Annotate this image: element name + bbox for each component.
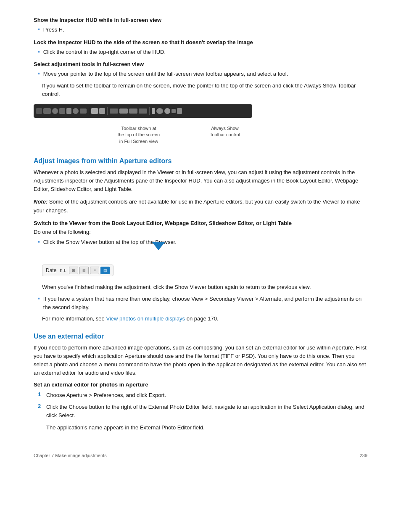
set-external-editor-heading: Set an external editor for photos in Ape…: [34, 381, 367, 388]
page-footer: Chapter 7 Make image adjustments 239: [34, 449, 367, 458]
more-info-paragraph: For more information, see View photos on…: [34, 315, 367, 323]
step-2-text: Click the Choose button to the right of …: [46, 403, 367, 420]
select-tools-paragraph: If you want to set the toolbar to remain…: [34, 82, 367, 98]
numbered-steps: 1 Choose Aperture > Preferences, and cli…: [34, 391, 367, 432]
toolbar-image-section: Toolbar shown at the top of the screen i…: [34, 104, 367, 145]
toolbar-icon-5: [66, 108, 71, 114]
step-2-number: 2: [38, 403, 46, 409]
toolbar-separator: [89, 107, 89, 115]
bullet-icon: ■: [38, 50, 40, 53]
toolbar-icon-2: [43, 108, 51, 114]
step-2-continuation: The application's name appears in the Ex…: [38, 423, 367, 432]
step-1-number: 1: [38, 391, 46, 397]
sort-arrows: ⬆⬇: [59, 268, 66, 273]
select-tools-bullet-text: Move your pointer to the top of the scre…: [43, 70, 367, 78]
bullet-icon: ■: [38, 296, 40, 300]
adjust-images-note: Note: Some of the adjustment controls ar…: [34, 198, 367, 214]
toolbar-icon-1: [36, 108, 42, 114]
chapter-label: Chapter 7 Make image adjustments: [34, 453, 107, 458]
toolbar-icon-17: [171, 109, 176, 113]
browser-icon-list: ≡: [90, 267, 99, 274]
toolbar-icon-13: [139, 109, 147, 114]
select-tools-heading: Select adjustment tools in full-screen v…: [34, 61, 367, 67]
toolbar-label-2-text2: Toolbar control: [210, 132, 240, 137]
page-ref-text: on page 170.: [187, 315, 219, 322]
browser-bar: Date ⬆⬇ ⊞ ⊟ ≡ ▤: [42, 265, 113, 276]
step-1-text: Choose Aperture > Preferences, and click…: [46, 391, 166, 400]
show-inspector-heading: Show the Inspector HUD while in full-scr…: [34, 17, 367, 23]
toolbar-icon-16: [164, 108, 170, 114]
toolbar-icon-10: [110, 109, 118, 114]
toolbar-icon-3: [52, 108, 58, 114]
toolbar-icon-14: [152, 108, 155, 114]
note-label: Note:: [34, 199, 47, 205]
toolbar-label-line-1: [139, 121, 139, 124]
select-tools-section: Select adjustment tools in full-screen v…: [34, 61, 367, 98]
external-editor-title: Use an external editor: [34, 333, 367, 340]
show-inspector-bullet: ■ Press H.: [34, 26, 367, 34]
bullet-icon: ■: [38, 27, 40, 31]
note-text-content: Some of the adjustment controls are not …: [34, 199, 360, 213]
secondary-viewer-text: If you have a system that has more than …: [43, 295, 367, 311]
toolbar-icon-11: [119, 109, 128, 114]
browser-icon-table: ⊟: [79, 267, 89, 274]
toolbar-label-1-text: Toolbar shown at: [121, 126, 156, 131]
toolbar-icon-9: [99, 108, 105, 114]
multiple-displays-link[interactable]: View photos on multiple displays: [106, 315, 185, 322]
date-label: Date: [46, 267, 56, 273]
page-number: 239: [360, 453, 367, 458]
toolbar-label-2: Always Show Toolbar control: [204, 121, 246, 145]
adjust-images-section: Adjust images from within Aperture edito…: [34, 157, 367, 215]
lock-inspector-bullet: ■ Click the control in the top-right cor…: [34, 48, 367, 56]
toolbar-label-1: Toolbar shown at the top of the screen i…: [116, 121, 162, 145]
select-tools-bullet: ■ Move your pointer to the top of the sc…: [34, 70, 367, 78]
toolbar-icon-15: [156, 108, 163, 114]
toolbar-bar: [34, 104, 252, 118]
show-inspector-section: Show the Inspector HUD while in full-scr…: [34, 17, 367, 34]
browser-icon-grid: ⊞: [69, 267, 78, 274]
secondary-viewer-bullet: ■ If you have a system that has more tha…: [34, 295, 367, 311]
toolbar-label-2-text: Always Show: [211, 126, 238, 131]
toolbar-icon-12: [129, 109, 137, 114]
toolbar-icon-8: [91, 108, 98, 114]
browser-section: Date ⬆⬇ ⊞ ⊟ ≡ ▤: [42, 252, 367, 276]
step-2-continuation-text: The application's name appears in the Ex…: [46, 423, 367, 432]
toolbar-label-1-text3: in Full Screen view: [119, 139, 158, 144]
toolbar-separator-3: [149, 107, 150, 115]
toolbar-label-line-2: [225, 121, 225, 124]
toolbar-icon-6: [73, 108, 79, 114]
lock-inspector-bullet-text: Click the control in the top-right corne…: [43, 48, 367, 56]
viewer-para-after: When you've finished making the adjustme…: [34, 283, 367, 291]
toolbar-separator-2: [107, 107, 108, 115]
adjust-images-title: Adjust images from within Aperture edito…: [34, 157, 367, 165]
step-1: 1 Choose Aperture > Preferences, and cli…: [38, 391, 367, 400]
step-2: 2 Click the Choose button to the right o…: [38, 403, 367, 420]
bullet-icon: ■: [38, 240, 40, 244]
more-info-text: For more information, see: [42, 315, 106, 322]
switch-viewer-bullet: ■ Click the Show Viewer button at the to…: [34, 238, 367, 246]
lock-inspector-section: Lock the Inspector HUD to the side of th…: [34, 39, 367, 56]
switch-viewer-bullet-text: Click the Show Viewer button at the top …: [43, 238, 367, 246]
switch-viewer-section: Switch to the Viewer from the Book Layou…: [34, 220, 367, 323]
show-inspector-bullet-text: Press H.: [43, 26, 367, 34]
page-content: Show the Inspector HUD while in full-scr…: [0, 0, 401, 483]
lock-inspector-heading: Lock the Inspector HUD to the side of th…: [34, 39, 367, 45]
bullet-icon: ■: [38, 71, 40, 75]
external-editor-paragraph1: If you need to perform more advanced ima…: [34, 344, 367, 378]
toolbar-icon-4: [59, 108, 65, 114]
browser-icons: ⊞ ⊟ ≡ ▤: [69, 267, 110, 274]
browser-icon-filmstrip: ▤: [100, 267, 110, 274]
adjust-images-paragraph1: Whenever a photo is selected and display…: [34, 168, 367, 193]
toolbar-label-1-text2: the top of the screen: [118, 132, 160, 137]
switch-viewer-intro: Do one of the following:: [34, 228, 367, 236]
toolbar-labels: Toolbar shown at the top of the screen i…: [34, 121, 367, 145]
toolbar-icon-7: [80, 109, 87, 114]
external-editor-section: Use an external editor If you need to pe…: [34, 333, 367, 432]
switch-viewer-heading: Switch to the Viewer from the Book Layou…: [34, 220, 367, 226]
toolbar-icon-18: [177, 108, 182, 114]
blue-arrow-down: [152, 242, 165, 250]
